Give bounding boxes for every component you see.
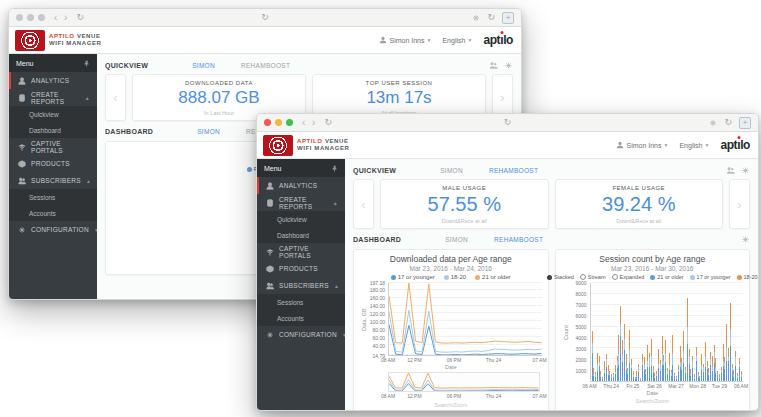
stat-card-male-usage: MALE USAGE 57.55 % Downl&Rece at all bbox=[380, 179, 549, 229]
window-button[interactable] bbox=[38, 14, 45, 21]
reload-icon[interactable]: ↻ bbox=[76, 13, 84, 22]
sidebar-item-subscribers[interactable]: SUBSCRIBERS▲ bbox=[257, 277, 345, 294]
minimize-window-button[interactable] bbox=[275, 119, 282, 126]
menu-bar[interactable]: Menu bbox=[9, 54, 97, 72]
reload-icon[interactable]: ↻ bbox=[487, 13, 495, 22]
pin-icon[interactable] bbox=[83, 60, 90, 67]
gear-icon[interactable] bbox=[709, 119, 717, 127]
legend-item[interactable]: 21 or older bbox=[650, 274, 683, 280]
sidebar-item-create-reports[interactable]: CREATE REPORTS▲ bbox=[257, 194, 345, 211]
gear-icon[interactable] bbox=[472, 14, 480, 22]
tab-rehamboost[interactable]: REHAMBOOST bbox=[489, 167, 538, 174]
people-icon bbox=[18, 177, 26, 185]
mode-option[interactable]: Stacked bbox=[547, 274, 574, 280]
language-menu[interactable]: English▼ bbox=[679, 142, 709, 149]
navigator-ticks: 08 AM12 PM06 PMThu 2407 AM bbox=[388, 393, 540, 400]
window-button[interactable] bbox=[16, 14, 23, 21]
sidebar-item-accounts[interactable]: Accounts bbox=[9, 205, 97, 221]
sidebar-item-captive-portals[interactable]: CAPTIVE PORTALS bbox=[9, 138, 97, 155]
sidebar-item-dashboard[interactable]: Dashboard bbox=[257, 227, 345, 243]
browser-back-forward-icons[interactable]: ‹ › bbox=[54, 13, 69, 23]
main-content: QUICKVIEW SIMON REHAMBOOST ‹ MALE USAGE … bbox=[345, 159, 758, 410]
legend-item[interactable]: 18-20 bbox=[444, 274, 466, 280]
gear-icon[interactable] bbox=[741, 166, 750, 175]
tab-rehamboost[interactable]: REHAMBOOST bbox=[494, 236, 543, 243]
y-axis-ticks: 100020003000400050006000700080009000 bbox=[570, 283, 590, 382]
chart-mode-toggle[interactable]: StackedStreamExpanded bbox=[547, 274, 644, 280]
carousel-next-button[interactable]: › bbox=[729, 179, 750, 229]
window-button[interactable] bbox=[27, 14, 34, 21]
aptilo-brand-logo: aptılo bbox=[483, 34, 513, 46]
chart-caption: Search/Zoom bbox=[360, 402, 542, 408]
user-icon bbox=[616, 141, 624, 149]
aptilo-venue-logo: APTILO VENUE WIFI MANAGER bbox=[257, 135, 350, 156]
desktop: ‹ › ↻ ↻ ↻ + APTILO VENUE WIFI MANAGER bbox=[0, 0, 761, 417]
tab-simon[interactable]: SIMON bbox=[445, 236, 468, 243]
bar-plot[interactable] bbox=[590, 283, 744, 382]
language-menu[interactable]: English▼ bbox=[442, 37, 472, 44]
tab-rehamboost[interactable]: REHAMBOOST bbox=[241, 62, 290, 69]
chart-legend[interactable]: 17 or younger18-2021 or older bbox=[360, 274, 542, 280]
sidebar-item-analytics[interactable]: ANALYTICS bbox=[9, 72, 97, 89]
line-plot[interactable] bbox=[388, 283, 542, 356]
stat-card-female-usage: FEMALE USAGE 39.24 % Downl&Rece at all bbox=[555, 179, 724, 229]
chart-title: Session count by Age range bbox=[562, 254, 744, 264]
tab-simon[interactable]: SIMON bbox=[440, 167, 463, 174]
reload-icon[interactable]: ↻ bbox=[724, 118, 732, 127]
sidebar-item-subscribers[interactable]: SUBSCRIBERS▲ bbox=[9, 172, 97, 189]
app-window-front: ‹ › ↻ ↻ ↻ + APTILO VENUE WIFI MANAGER bbox=[256, 113, 759, 411]
sidebar: Menu ANALYTICS CREATE REPORTS▲ Quickview… bbox=[257, 159, 345, 410]
sidebar-item-captive-portals[interactable]: CAPTIVE PORTALS bbox=[257, 243, 345, 260]
sidebar-item-configuration[interactable]: CONFIGURATION▼ bbox=[257, 326, 345, 343]
quickview-header: QUICKVIEW SIMON REHAMBOOST bbox=[353, 164, 750, 177]
document-icon bbox=[18, 94, 26, 102]
legend-item[interactable]: 18-20 bbox=[737, 274, 758, 280]
sidebar-item-quickview[interactable]: Quickview bbox=[9, 106, 97, 122]
legend-item[interactable]: 17 or younger bbox=[690, 274, 731, 280]
sidebar-item-products[interactable]: PRODUCTS bbox=[257, 260, 345, 277]
app-header: APTILO VENUE WIFI MANAGER Simon Inns▼ En… bbox=[9, 27, 521, 54]
carousel-prev-button[interactable]: ‹ bbox=[105, 74, 126, 121]
range-navigator[interactable] bbox=[388, 372, 540, 392]
sidebar-item-dashboard[interactable]: Dashboard bbox=[9, 122, 97, 138]
legend-item[interactable]: 17 or younger bbox=[391, 274, 435, 280]
aptilo-logo-mark-icon bbox=[263, 135, 293, 156]
people-icon[interactable] bbox=[726, 166, 735, 175]
y-axis-ticks: 197.18180.00160.00140.00120.00100.0080.0… bbox=[368, 283, 388, 356]
legend-item[interactable]: 21 or older bbox=[475, 274, 511, 280]
people-icon[interactable] bbox=[489, 61, 498, 70]
sidebar-item-create-reports[interactable]: CREATE REPORTS▲ bbox=[9, 89, 97, 106]
sidebar-item-configuration[interactable]: CONFIGURATION▼ bbox=[9, 221, 97, 238]
zoom-window-button[interactable] bbox=[286, 119, 293, 126]
carousel-prev-button[interactable]: ‹ bbox=[353, 179, 374, 229]
sidebar-item-sessions[interactable]: Sessions bbox=[9, 189, 97, 205]
user-menu[interactable]: Simon Inns▼ bbox=[616, 141, 668, 149]
sidebar-item-analytics[interactable]: ANALYTICS bbox=[257, 177, 345, 194]
quickview-header: QUICKVIEW SIMON REHAMBOOST bbox=[105, 59, 513, 72]
sidebar-item-quickview[interactable]: Quickview bbox=[257, 211, 345, 227]
reload-icon[interactable]: ↻ bbox=[261, 13, 269, 22]
sidebar-item-sessions[interactable]: Sessions bbox=[257, 294, 345, 310]
quickview-title: QUICKVIEW bbox=[105, 62, 148, 69]
menu-bar[interactable]: Menu bbox=[257, 159, 345, 177]
chart-legend[interactable]: 21 or older17 or younger18-20 bbox=[650, 274, 757, 280]
gear-icon[interactable] bbox=[741, 235, 750, 244]
navigator-series bbox=[389, 373, 539, 391]
mode-option[interactable]: Expanded bbox=[612, 274, 645, 280]
sidebar: Menu ANALYTICS CREATE REPORTS▲ Quickview… bbox=[9, 54, 97, 299]
reload-icon[interactable]: ↻ bbox=[324, 118, 332, 127]
reload-icon[interactable]: ↻ bbox=[504, 118, 512, 127]
user-menu[interactable]: Simon Inns▼ bbox=[379, 36, 431, 44]
sidebar-item-products[interactable]: PRODUCTS bbox=[9, 155, 97, 172]
close-window-button[interactable] bbox=[264, 119, 271, 126]
tab-simon[interactable]: SIMON bbox=[197, 128, 220, 135]
add-window-icon[interactable]: + bbox=[739, 117, 751, 129]
pin-icon[interactable] bbox=[331, 165, 338, 172]
y-axis-label: Data, GB bbox=[360, 283, 368, 356]
sidebar-item-accounts[interactable]: Accounts bbox=[257, 310, 345, 326]
browser-back-forward-icons[interactable]: ‹ › bbox=[302, 118, 317, 128]
tab-simon[interactable]: SIMON bbox=[192, 62, 215, 69]
add-window-icon[interactable]: + bbox=[502, 12, 514, 24]
gear-icon[interactable] bbox=[504, 61, 513, 70]
logo-line2: WIFI MANAGER bbox=[49, 40, 102, 46]
